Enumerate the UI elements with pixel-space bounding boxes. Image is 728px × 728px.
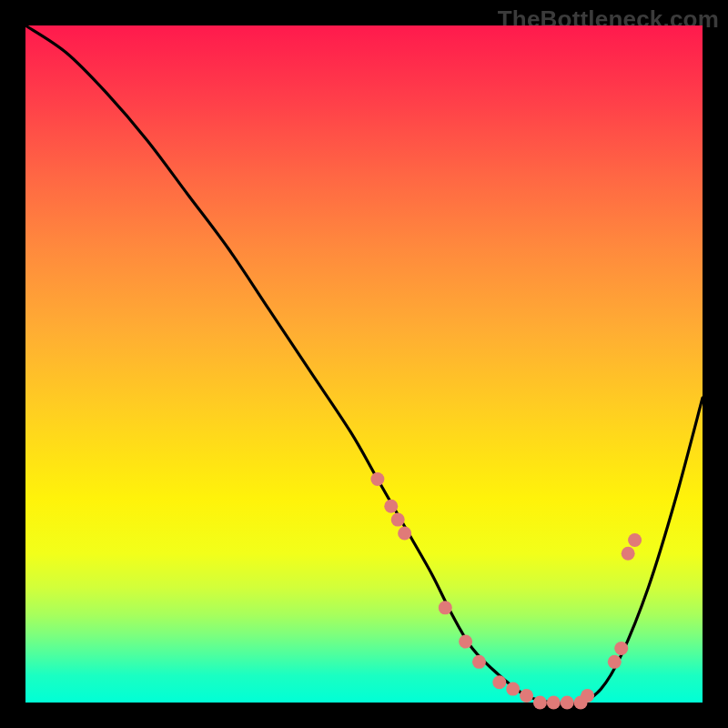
data-point [439, 601, 452, 614]
data-point [492, 675, 506, 689]
data-point [581, 689, 594, 703]
data-point [506, 682, 520, 696]
data-point [520, 689, 533, 703]
data-points [370, 472, 642, 710]
bottleneck-curve-svg [25, 25, 703, 703]
data-point [628, 533, 642, 547]
plot-area [25, 25, 703, 703]
data-point [472, 655, 486, 669]
data-point [398, 527, 411, 541]
data-point [391, 513, 405, 527]
data-point [459, 635, 472, 649]
data-point [608, 655, 622, 669]
data-point [622, 547, 635, 561]
data-point [547, 696, 561, 710]
data-point [384, 500, 398, 513]
data-point [533, 696, 547, 710]
data-point [561, 696, 574, 710]
chart-frame: TheBottleneck.com [0, 0, 728, 728]
data-point [370, 472, 384, 486]
bottleneck-curve [25, 25, 703, 703]
data-point [614, 642, 628, 655]
